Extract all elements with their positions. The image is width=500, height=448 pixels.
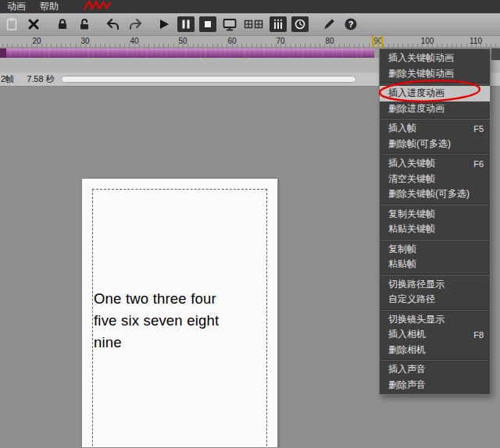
menu-item-insert-keyframe[interactable]: 插入关键帧F6 [380, 156, 490, 172]
horizontal-scrollbar[interactable] [61, 76, 356, 83]
shortcut-f6: F6 [473, 159, 484, 169]
menu-item-custom-path[interactable]: 自定义路径 [380, 292, 490, 308]
menu-separator [380, 274, 489, 276]
menu-separator [380, 204, 489, 205]
menu-item-delete-camera[interactable]: 删除相机 [380, 343, 490, 358]
menu-item-delete-keyframe[interactable]: 删除关键帧(可多选) [380, 187, 490, 202]
ruler-label: 110 [470, 37, 482, 45]
delete-button[interactable] [25, 16, 42, 32]
animation-track-bar[interactable] [0, 48, 374, 58]
timeline-ruler[interactable]: 20 30 40 50 60 70 80 90 100 110 [0, 36, 500, 48]
svg-text:?: ? [348, 20, 354, 29]
ruler-label: 100 [421, 37, 434, 45]
text-line: five six seven eight [94, 310, 219, 332]
menu-item-insert-sound[interactable]: 插入声音 [380, 362, 490, 378]
menu-item-paste-frame[interactable]: 粘贴帧 [380, 257, 490, 272]
playhead-marker[interactable] [372, 36, 383, 48]
ruler-label: 70 [276, 37, 284, 45]
play-button[interactable] [155, 16, 173, 32]
help-icon: ? [344, 17, 358, 31]
pen-icon [322, 17, 336, 31]
clock-button[interactable] [291, 16, 309, 32]
frames-grid-icon [244, 18, 264, 30]
menu-separator [380, 309, 489, 311]
menu-separator [380, 153, 489, 155]
menu-item-clear-keyframe[interactable]: 清空关键帧 [380, 172, 490, 187]
menu-item-delete-keyframe-animation[interactable]: 删除关键帧动画 [380, 66, 490, 82]
ruler-label: 30 [80, 37, 89, 45]
redo-button[interactable] [127, 16, 144, 32]
track-start-cap [0, 48, 6, 58]
menubar: 动画 帮助 [0, 0, 500, 13]
menu-item-insert-keyframe-animation[interactable]: 插入关键帧动画 [380, 51, 490, 66]
undo-button[interactable] [105, 16, 122, 32]
pen-button[interactable] [320, 16, 338, 32]
ruler-label: 80 [325, 37, 334, 45]
clock-icon [291, 16, 309, 32]
menu-separator [380, 118, 489, 119]
shortcut-f8: F8 [473, 330, 484, 340]
menu-item-toggle-camera-display[interactable]: 切换镜头显示 [380, 312, 490, 328]
frames-button[interactable] [243, 16, 265, 32]
menu-item-copy-frame[interactable]: 复制帧 [380, 242, 490, 258]
ruler-label: 60 [227, 37, 236, 45]
menu-item-delete-progress-animation[interactable]: 删除进度动画 [380, 101, 490, 117]
redo-icon [127, 17, 143, 31]
menu-help[interactable]: 帮助 [33, 0, 66, 13]
menu-item-insert-camera[interactable]: 插入相机F8 [380, 327, 490, 343]
animation-app-window: 动画 帮助 [0, 0, 500, 448]
paste-icon [5, 17, 19, 31]
ruler-label: 20 [32, 37, 41, 45]
unlock-button[interactable] [76, 16, 93, 32]
document-page[interactable]: One two three four five six seven eight … [81, 178, 278, 448]
stop-icon [199, 16, 216, 32]
ruler-label: 40 [130, 37, 138, 45]
menu-separator [380, 239, 489, 240]
play-icon [157, 17, 171, 31]
delete-x-icon [27, 17, 41, 31]
monitor-button[interactable] [221, 16, 238, 32]
menu-item-delete-frame[interactable]: 删除帧(可多选) [380, 137, 490, 152]
menu-separator [380, 83, 489, 84]
menu-item-copy-keyframe[interactable]: 复制关键帧 [380, 207, 490, 222]
toolbar: ? [0, 13, 500, 36]
menu-separator [380, 359, 489, 361]
help-button[interactable]: ? [342, 16, 359, 32]
monitor-icon [222, 17, 238, 32]
columns-button[interactable] [270, 16, 287, 32]
page-text-block[interactable]: One two three four five six seven eight … [94, 288, 219, 354]
pause-button[interactable] [177, 16, 195, 32]
menu-item-paste-keyframe[interactable]: 粘贴关键帧 [380, 222, 490, 237]
pause-icon [177, 16, 195, 32]
stop-button[interactable] [199, 16, 216, 32]
menu-item-toggle-path-display[interactable]: 切换路径显示 [380, 277, 490, 293]
lock-button[interactable] [54, 16, 71, 32]
undo-icon [105, 17, 121, 31]
time-counter: 7.58 秒 [27, 73, 54, 85]
shortcut-f5: F5 [473, 124, 484, 133]
timeline-context-menu: 插入关键帧动画 删除关键帧动画 插入进度动画 删除进度动画 插入帧F5 删除帧(… [379, 48, 491, 395]
red-scribble-annotation [83, 0, 114, 12]
paste-button[interactable] [3, 16, 20, 32]
unlock-icon [77, 17, 91, 31]
menu-animation[interactable]: 动画 [0, 0, 33, 13]
text-line: One two three four [94, 288, 219, 310]
lock-icon [55, 17, 70, 31]
menu-item-delete-sound[interactable]: 删除声音 [380, 378, 490, 393]
columns-icon [270, 16, 287, 32]
frame-counter: 2帧 [1, 73, 14, 85]
ruler-label: 50 [178, 37, 187, 45]
text-line: nine [94, 332, 219, 354]
menu-item-insert-frame[interactable]: 插入帧F5 [380, 121, 490, 137]
menu-item-insert-progress-animation[interactable]: 插入进度动画 [380, 86, 490, 101]
panel-corner-fragment [491, 48, 500, 60]
